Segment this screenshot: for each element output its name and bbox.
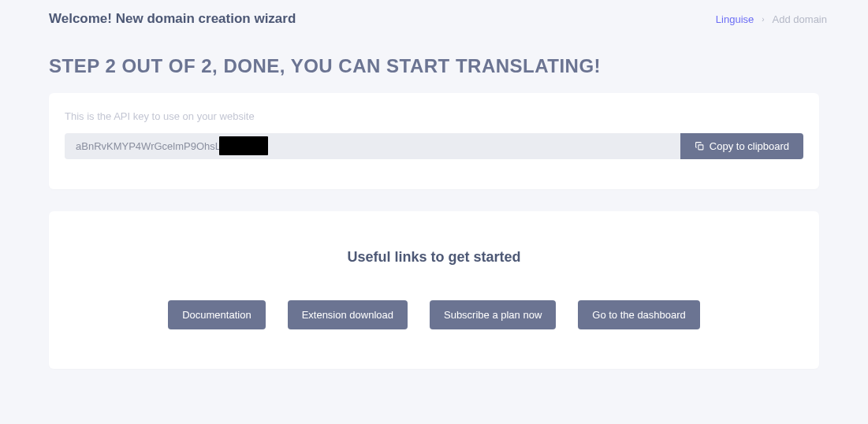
welcome-title: Welcome! New domain creation wizard — [49, 11, 296, 27]
page-header: Welcome! New domain creation wizard Ling… — [0, 0, 868, 27]
extension-download-button[interactable]: Extension download — [288, 300, 408, 329]
useful-links-heading: Useful links to get started — [65, 249, 803, 266]
redaction-block — [219, 136, 268, 155]
useful-links-card: Useful links to get started Documentatio… — [49, 211, 819, 369]
copy-icon — [695, 141, 705, 151]
api-key-card: This is the API key to use on your websi… — [49, 93, 819, 189]
api-key-wrapper — [65, 133, 680, 159]
breadcrumb-link-linguise[interactable]: Linguise — [716, 13, 754, 25]
useful-links-button-row: Documentation Extension download Subscri… — [65, 300, 803, 329]
documentation-button[interactable]: Documentation — [168, 300, 265, 329]
breadcrumb-current: Add domain — [773, 13, 827, 25]
api-key-input[interactable] — [65, 133, 680, 159]
api-key-row: Copy to clipboard — [65, 133, 803, 159]
api-key-label: This is the API key to use on your websi… — [65, 110, 803, 122]
svg-rect-0 — [698, 145, 703, 150]
copy-button-label: Copy to clipboard — [710, 140, 789, 152]
breadcrumb: Linguise › Add domain — [716, 13, 827, 25]
subscribe-plan-button[interactable]: Subscribe a plan now — [430, 300, 556, 329]
step-heading: STEP 2 OUT OF 2, DONE, YOU CAN START TRA… — [0, 27, 868, 93]
chevron-right-icon: › — [762, 15, 764, 24]
go-to-dashboard-button[interactable]: Go to the dashboard — [578, 300, 700, 329]
copy-to-clipboard-button[interactable]: Copy to clipboard — [680, 133, 803, 159]
